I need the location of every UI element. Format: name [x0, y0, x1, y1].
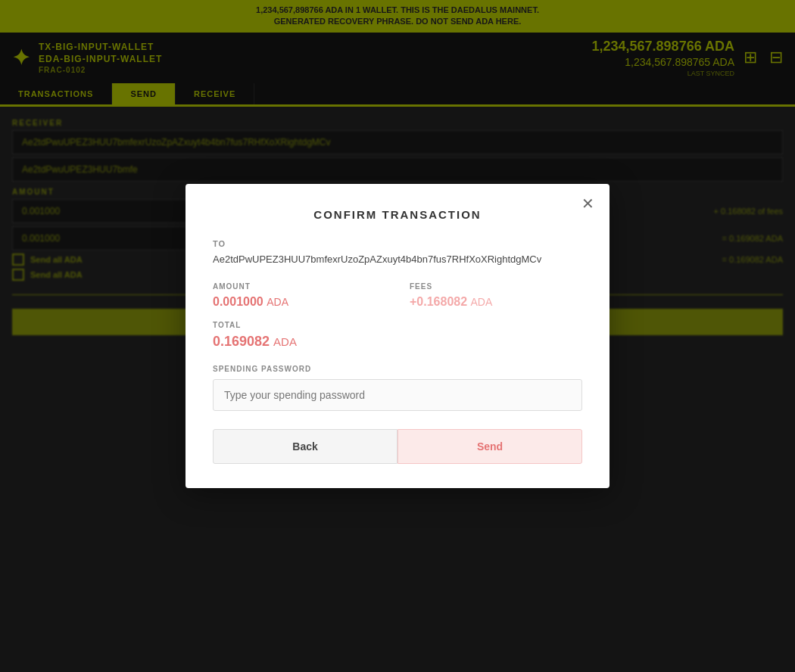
- send-button[interactable]: Send: [398, 429, 582, 464]
- modal-amount-unit: ADA: [267, 296, 288, 308]
- modal-total-value: 0.169082 ADA: [213, 334, 582, 350]
- confirm-transaction-modal: ✕ CONFIRM TRANSACTION TO Ae2tdPwUPEZ3HUU…: [186, 184, 610, 487]
- modal-total-unit: ADA: [273, 335, 297, 348]
- spending-password-input[interactable]: [213, 379, 582, 411]
- modal-to-address: Ae2tdPwUPEZ3HUU7bmfexrUzoZpAZxuyt4b4bn7f…: [213, 253, 582, 266]
- modal-buttons: Back Send: [213, 429, 582, 464]
- modal-fees-value: +0.168082: [410, 295, 467, 308]
- modal-amount-field: AMOUNT 0.001000 ADA: [213, 282, 385, 309]
- modal-overlay[interactable]: ✕ CONFIRM TRANSACTION TO Ae2tdPwUPEZ3HUU…: [0, 0, 795, 672]
- modal-amount-fees-row: AMOUNT 0.001000 ADA FEES +0.168082 ADA: [213, 282, 582, 309]
- modal-password-label: SPENDING PASSWORD: [213, 365, 582, 373]
- modal-amount-value: 0.001000: [213, 295, 263, 308]
- modal-title: CONFIRM TRANSACTION: [213, 208, 582, 221]
- back-button[interactable]: Back: [213, 429, 398, 464]
- modal-fees-field: FEES +0.168082 ADA: [410, 282, 582, 309]
- modal-to-label: TO: [213, 239, 582, 248]
- modal-amount-label: AMOUNT: [213, 282, 385, 291]
- modal-total-label: TOTAL: [213, 321, 582, 329]
- modal-fees-label: FEES: [410, 282, 582, 291]
- modal-fees-unit: ADA: [471, 296, 493, 308]
- modal-close-button[interactable]: ✕: [581, 196, 594, 211]
